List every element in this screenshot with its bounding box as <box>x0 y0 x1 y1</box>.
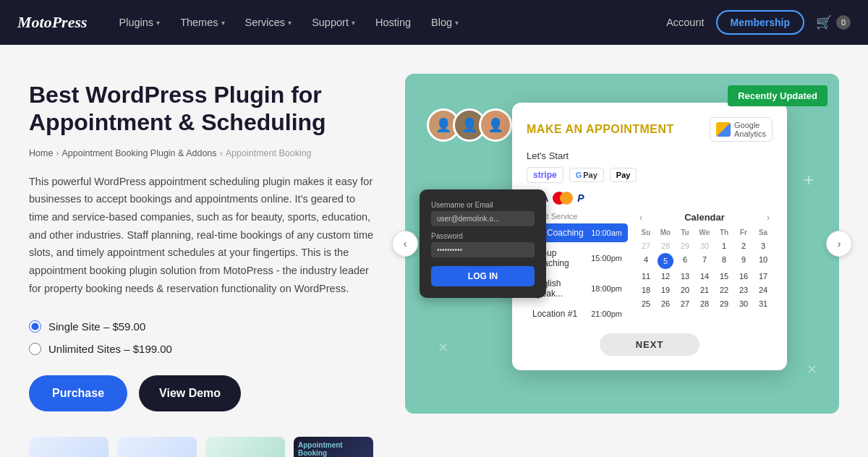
avatars-row: 👤 👤 👤 <box>427 108 505 142</box>
lets-start-label: Let's Start <box>527 150 773 161</box>
calendar-cell[interactable]: 20 <box>676 283 694 296</box>
calendar-cell[interactable]: 5 <box>656 253 675 269</box>
avatar-3: 👤 <box>479 108 512 142</box>
nav-links: Plugins ▾ Themes ▾ Services ▾ Support ▾ … <box>111 11 667 34</box>
carousel-prev-button[interactable]: ‹ <box>392 231 418 257</box>
calendar-prev-button[interactable]: ‹ <box>637 213 645 223</box>
calendar-cell[interactable]: 25 <box>637 297 655 310</box>
widget-body: Select Service 1:1 Coaching 10:00am Grou… <box>527 212 773 325</box>
login-button[interactable]: LOG IN <box>431 266 535 286</box>
calendar-cell[interactable]: 15 <box>715 270 733 283</box>
calendar-cell[interactable]: 11 <box>637 270 655 283</box>
pricing-radio-single[interactable] <box>29 320 41 333</box>
username-field[interactable]: user@demolink.o... <box>431 211 535 226</box>
calendar-cell[interactable]: 29 <box>676 239 694 252</box>
calendar-column: ‹ Calendar › Su Mo Tu We Th Fr Sa <box>637 212 773 325</box>
payment-icons: stripe G Pay Pay <box>527 167 773 183</box>
applepay-badge: Pay <box>610 168 637 182</box>
calendar-cell[interactable]: 4 <box>637 253 655 269</box>
calendar-cell[interactable]: 14 <box>695 270 714 283</box>
google-analytics-badge: GoogleAnalytics <box>710 117 773 142</box>
calendar-cell[interactable]: 18 <box>637 283 655 296</box>
description-text: This powerful WordPress appointment sche… <box>29 173 376 297</box>
account-link[interactable]: Account <box>666 17 704 28</box>
calendar-cell[interactable]: 22 <box>715 283 733 296</box>
calendar-cell[interactable]: 24 <box>754 283 773 296</box>
gpay-badge: G Pay <box>569 168 604 182</box>
purchase-button[interactable]: Purchase <box>29 375 127 411</box>
calendar-cell[interactable]: 23 <box>734 283 753 296</box>
calendar-cell[interactable]: 13 <box>676 270 694 283</box>
nav-item-support[interactable]: Support ▾ <box>303 11 364 34</box>
breadcrumb-home[interactable]: Home <box>29 148 53 158</box>
thumbnail-1[interactable] <box>29 437 109 457</box>
calendar-cell[interactable]: 31 <box>754 297 773 310</box>
membership-button[interactable]: Membership <box>716 10 804 35</box>
stripe-badge: stripe <box>527 167 563 183</box>
calendar-cell[interactable]: 2 <box>734 239 753 252</box>
pricing-options: Single Site – $59.00 Unlimited Sites – $… <box>29 320 376 355</box>
calendar-cell[interactable]: 10 <box>754 253 773 269</box>
chevron-down-icon: ▾ <box>288 19 292 27</box>
pricing-radio-unlimited[interactable] <box>29 343 41 355</box>
breadcrumb: Home › Appointment Booking Plugin & Addo… <box>29 148 376 158</box>
calendar-cell[interactable]: 28 <box>656 239 675 252</box>
bottom-thumbnails: AppointmentBooking <box>0 428 868 457</box>
nav-item-themes[interactable]: Themes ▾ <box>171 11 233 34</box>
nav-item-services[interactable]: Services ▾ <box>237 11 301 34</box>
recently-updated-badge: Recently Updated <box>728 85 827 106</box>
thumbnail-2[interactable] <box>117 437 197 457</box>
username-label: Username or Email <box>431 201 535 209</box>
action-buttons: Purchase View Demo <box>29 375 376 411</box>
calendar-cell[interactable]: 1 <box>715 239 733 252</box>
navbar: MotoPress Plugins ▾ Themes ▾ Services ▾ … <box>0 0 868 45</box>
calendar-cell[interactable]: 29 <box>715 297 733 310</box>
service-item-3[interactable]: Location #1 21:00pm <box>527 304 628 323</box>
calendar-cell[interactable]: 9 <box>734 253 753 269</box>
view-demo-button[interactable]: View Demo <box>139 375 241 411</box>
make-appointment-title: MAKE AN APPOINTMENT <box>527 123 674 136</box>
calendar-cell[interactable]: 8 <box>715 253 733 269</box>
breadcrumb-current: Appointment Booking <box>226 148 312 158</box>
calendar-cell[interactable]: 21 <box>695 283 714 296</box>
next-button[interactable]: NEXT <box>600 333 700 356</box>
nav-item-blog[interactable]: Blog ▾ <box>422 11 467 34</box>
cart-button[interactable]: 🛒 0 <box>816 14 851 30</box>
calendar-cell[interactable]: 27 <box>637 239 655 252</box>
calendar-cell[interactable]: 7 <box>695 253 714 269</box>
nav-item-plugins[interactable]: Plugins ▾ <box>111 11 169 34</box>
calendar-cell[interactable]: 12 <box>656 270 675 283</box>
calendar-title: Calendar <box>684 212 725 223</box>
breadcrumb-parent[interactable]: Appointment Booking Plugin & Addons <box>62 148 217 158</box>
calendar-cell[interactable]: 27 <box>676 297 694 310</box>
password-field[interactable]: •••••••••• <box>431 242 535 257</box>
widget-header: MAKE AN APPOINTMENT GoogleAnalytics <box>527 117 773 142</box>
calendar-cell[interactable]: 30 <box>734 297 753 310</box>
left-panel: Best WordPress Plugin for Appointment & … <box>29 74 376 411</box>
page-title: Best WordPress Plugin for Appointment & … <box>29 81 376 137</box>
thumbnail-4[interactable]: AppointmentBooking <box>294 437 373 457</box>
calendar-cell[interactable]: 19 <box>656 283 675 296</box>
calendar-cell[interactable]: 16 <box>734 270 753 283</box>
calendar-cell[interactable]: 3 <box>754 239 773 252</box>
calendar-next-button[interactable]: › <box>764 213 773 223</box>
right-panel: ✕ ✕ ✕ ✕ ✕ Recently Updated ＋ 👤 👤 👤 Usern… <box>405 74 839 414</box>
calendar-cell[interactable]: 28 <box>695 297 714 310</box>
calendar-header: ‹ Calendar › <box>637 212 773 223</box>
main-container: Best WordPress Plugin for Appointment & … <box>0 45 868 428</box>
thumbnail-3[interactable] <box>205 437 285 457</box>
deco-cross-3: ✕ <box>438 340 448 356</box>
nav-item-hosting[interactable]: Hosting <box>367 11 420 34</box>
calendar-cell[interactable]: 26 <box>656 297 675 310</box>
calendar-cell[interactable]: 17 <box>754 270 773 283</box>
password-label: Password <box>431 232 535 240</box>
deco-cross-4: ✕ <box>807 362 817 377</box>
site-logo[interactable]: MotoPress <box>17 13 88 32</box>
calendar-cell[interactable]: 30 <box>695 239 714 252</box>
chevron-down-icon: ▾ <box>221 19 225 27</box>
carousel-next-button[interactable]: › <box>826 231 852 257</box>
google-analytics-icon <box>716 122 731 137</box>
calendar-cell[interactable]: 6 <box>676 253 694 269</box>
pricing-option-single[interactable]: Single Site – $59.00 <box>29 320 376 333</box>
pricing-option-unlimited[interactable]: Unlimited Sites – $199.00 <box>29 343 376 355</box>
